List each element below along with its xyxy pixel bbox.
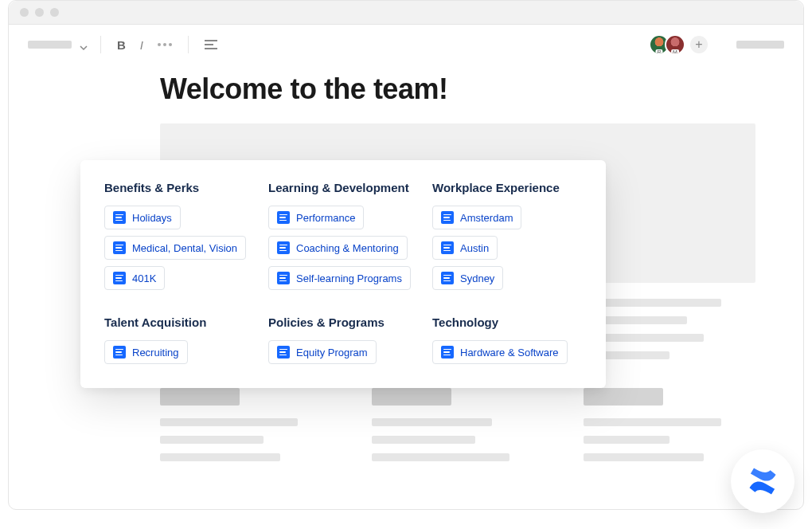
- page-link-chip[interactable]: Austin: [432, 236, 498, 260]
- confluence-icon: [745, 464, 780, 499]
- avatar-user-2[interactable]: M: [665, 34, 685, 55]
- page-link-chip[interactable]: Recruiting: [104, 340, 188, 364]
- skeleton-heading: [584, 388, 663, 406]
- chip-label: Holidays: [132, 212, 172, 224]
- document-icon: [277, 241, 290, 254]
- section-title: Technology: [432, 315, 582, 329]
- chip-label: Amsterdam: [460, 212, 513, 224]
- skeleton-line: [160, 418, 298, 426]
- document-icon: [277, 272, 290, 284]
- document-icon: [113, 272, 126, 284]
- skeleton-line: [372, 418, 492, 426]
- bold-button[interactable]: B: [114, 38, 129, 52]
- document-icon: [441, 241, 454, 254]
- italic-button[interactable]: I: [137, 38, 146, 52]
- page-link-chip[interactable]: Hardware & Software: [432, 340, 568, 364]
- window-close-dot[interactable]: [20, 8, 29, 17]
- resources-card: Benefits & PerksHolidaysMedical, Dental,…: [80, 160, 606, 388]
- document-icon: [113, 211, 126, 224]
- document-icon: [113, 346, 126, 359]
- chip-list: Recruiting: [104, 340, 254, 364]
- more-formatting-button[interactable]: [154, 43, 175, 46]
- skeleton-line: [584, 436, 670, 444]
- card-column: Policies & ProgramsEquity Program: [268, 315, 418, 364]
- section-title: Benefits & Perks: [104, 181, 254, 194]
- page-link-chip[interactable]: Holidays: [104, 206, 181, 229]
- section-title: Talent Acquisition: [104, 315, 254, 329]
- plus-icon: +: [695, 37, 702, 52]
- editor-toolbar: B I R M +: [9, 25, 803, 65]
- page-link-chip[interactable]: Coaching & Mentoring: [268, 236, 408, 260]
- section-title: Learning & Development: [268, 181, 418, 194]
- chip-label: Medical, Dental, Vision: [132, 242, 237, 254]
- card-column: Talent AcquisitionRecruiting: [104, 315, 254, 364]
- toolbar-divider: [100, 36, 101, 53]
- collaborator-avatars: R M +: [654, 34, 709, 55]
- chip-label: Performance: [296, 212, 355, 224]
- page-link-chip[interactable]: Self-learning Programs: [268, 266, 411, 290]
- chevron-down-icon: [80, 41, 88, 49]
- avatar-initial: R: [655, 49, 662, 55]
- toolbar-divider: [188, 36, 189, 53]
- chip-list: AmsterdamAustinSydney: [432, 206, 582, 290]
- chip-list: Hardware & Software: [432, 340, 582, 364]
- card-column: Benefits & PerksHolidaysMedical, Dental,…: [104, 181, 254, 290]
- card-column: Learning & DevelopmentPerformanceCoachin…: [268, 181, 418, 290]
- window-minimize-dot[interactable]: [35, 8, 44, 17]
- page-link-chip[interactable]: Medical, Dental, Vision: [104, 236, 246, 260]
- page-link-chip[interactable]: Sydney: [432, 266, 503, 290]
- document-icon: [277, 211, 290, 224]
- chip-label: Sydney: [460, 272, 494, 284]
- window-titlebar: [9, 1, 803, 25]
- chip-label: Coaching & Mentoring: [296, 242, 399, 254]
- skeleton-line: [160, 453, 280, 461]
- chip-label: Hardware & Software: [460, 347, 559, 359]
- page-link-chip[interactable]: 401K: [104, 266, 165, 290]
- skeleton-heading: [372, 388, 451, 406]
- skeleton-line: [584, 418, 721, 426]
- avatar-initial: M: [671, 49, 679, 55]
- document-icon: [441, 211, 454, 224]
- page-title: Welcome to the team!: [160, 72, 755, 106]
- skeleton-line: [160, 436, 264, 444]
- chip-label: 401K: [132, 272, 156, 284]
- chip-list: Equity Program: [268, 340, 418, 364]
- toolbar-action-placeholder[interactable]: [736, 41, 784, 49]
- align-button[interactable]: [201, 40, 221, 49]
- page-link-chip[interactable]: Equity Program: [268, 340, 377, 364]
- chip-label: Self-learning Programs: [296, 272, 402, 284]
- skeleton-line: [584, 453, 704, 461]
- document-icon: [277, 346, 290, 359]
- card-column: Workplace ExperienceAmsterdamAustinSydne…: [432, 181, 582, 290]
- chip-label: Equity Program: [296, 347, 368, 359]
- skeleton-heading: [160, 388, 240, 406]
- style-dropdown[interactable]: [28, 41, 72, 49]
- confluence-logo-badge[interactable]: [731, 449, 794, 513]
- skeleton-line: [372, 453, 509, 461]
- skeleton-row-2: [160, 388, 755, 461]
- browser-window: B I R M + Welcome to the team!: [8, 0, 804, 510]
- chip-label: Recruiting: [132, 347, 179, 359]
- document-icon: [441, 346, 454, 359]
- skeleton-line: [372, 436, 475, 444]
- chip-list: PerformanceCoaching & MentoringSelf-lear…: [268, 206, 418, 290]
- section-title: Workplace Experience: [432, 181, 582, 194]
- page-link-chip[interactable]: Performance: [268, 206, 364, 229]
- section-title: Policies & Programs: [268, 315, 418, 329]
- card-column: TechnologyHardware & Software: [432, 315, 582, 364]
- page-link-chip[interactable]: Amsterdam: [432, 206, 521, 229]
- chip-list: HolidaysMedical, Dental, Vision401K: [104, 206, 254, 290]
- window-maximize-dot[interactable]: [50, 8, 59, 17]
- add-collaborator-button[interactable]: +: [689, 34, 709, 55]
- chip-label: Austin: [460, 242, 489, 254]
- document-icon: [441, 272, 454, 284]
- document-icon: [113, 241, 126, 254]
